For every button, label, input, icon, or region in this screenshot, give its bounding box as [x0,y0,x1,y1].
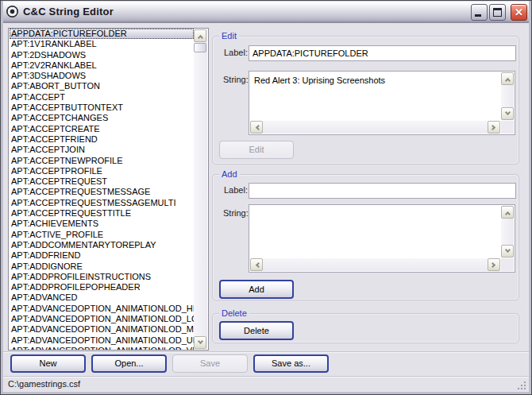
add-button[interactable]: Add [219,280,294,299]
list-item[interactable]: APT:ACCEPTREQUESTMESSAGE [10,187,194,197]
gear-icon [6,6,18,17]
scrollbar-thumb[interactable] [194,43,206,52]
list-item[interactable]: APT:ACCEPTFRIEND [10,134,194,145]
list-item[interactable]: APT:ACCEPTBUTTONTEXT [10,103,194,113]
minimize-icon [475,14,481,17]
status-path: C:\gamestrings.csf [8,379,80,389]
list-item[interactable]: APT:ACCEPTPROFILE [10,166,194,176]
add-group: Add Label: String: Add [212,174,519,300]
edit-string-text[interactable]: Red Alert 3: Uprising Screenshots [250,72,500,120]
left-arrow-icon [256,125,261,130]
left-arrow-icon [256,262,261,268]
down-arrow-icon [505,247,511,253]
list-item[interactable]: APT:ADDPROFILEPOPHEADER [10,282,194,292]
scroll-left-button[interactable] [250,121,263,134]
list-item[interactable]: APT:ACCEPTREQUESTTITLE [10,208,194,219]
window-title: C&C String Editor [23,6,114,17]
edit-string-caption: String: [223,75,249,84]
list-item[interactable]: APT:ADDCOMMENTARYTOREPLAY [10,240,194,250]
list-item[interactable]: APT:ACCEPTREQUESTMESSAGEMULTI [10,198,194,208]
new-button[interactable]: New [10,354,86,373]
list-item[interactable]: APT:ADDIGNORE [10,261,194,272]
up-arrow-icon [198,35,203,41]
titlebar: C&C String Editor ✕ [0,0,532,23]
string-listbox: APPDATA:PICTUREFOLDERAPT:1V1RANKLABELAPT… [8,28,209,350]
status-bar: C:\gamestrings.csf [3,376,529,392]
scroll-down-button[interactable] [194,336,206,349]
list-item[interactable]: APT:ACHIEVEMENTS [10,219,194,229]
down-arrow-icon [198,339,203,344]
scroll-up-button[interactable] [501,206,514,219]
list-item[interactable]: APT:ACCEPTCHANGES [10,113,194,123]
add-label-input[interactable] [249,183,516,199]
save-button[interactable]: Save [172,354,248,373]
scrollbar-corner [501,121,514,134]
add-string-vscrollbar[interactable] [501,206,514,258]
close-icon: ✕ [511,5,526,20]
scroll-up-button[interactable] [194,29,206,42]
maximize-icon [493,8,502,17]
list-item[interactable]: APT:ACCEPTCREATE [10,124,194,134]
add-string-text[interactable] [250,206,500,258]
delete-group-title: Delete [219,308,249,319]
right-arrow-icon [490,125,495,130]
separator [3,351,529,353]
add-string-box[interactable] [249,204,515,273]
delete-button[interactable]: Delete [219,321,294,340]
scroll-down-button[interactable] [501,107,514,120]
edit-label-input[interactable] [249,45,516,61]
list-item[interactable]: APT:ADVANCEDOPTION_ANIMATIONLOD_ULTRA [10,335,194,346]
edit-button[interactable]: Edit [219,141,294,159]
list-item[interactable]: APT:1V1RANKLABEL [10,39,194,49]
list-item[interactable]: APT:3DSHADOWS [10,71,194,81]
list-item[interactable]: APT:2V2RANKLABEL [10,60,194,71]
list-item[interactable]: APT:ADDPROFILEINSTRUCTIONS [10,272,194,282]
add-string-caption: String: [223,208,249,218]
resize-grip-icon[interactable] [516,380,526,390]
up-arrow-icon [505,78,511,83]
list-item[interactable]: APT:ADVANCEDOPTION_ANIMATIONLOD_VERYLOW [10,346,194,350]
string-list: APPDATA:PICTUREFOLDERAPT:1V1RANKLABELAPT… [10,29,194,350]
open-button[interactable]: Open... [91,354,167,373]
scroll-right-button[interactable] [488,258,500,271]
list-item[interactable]: APPDATA:PICTUREFOLDER [10,29,194,39]
edit-string-hscrollbar[interactable] [250,121,500,134]
list-item[interactable]: APT:ACTIVE_PROFILE [10,230,194,240]
app-window: C&C String Editor ✕ APPDATA:PICTUREFOLDE… [0,0,532,395]
list-item[interactable]: APT:ACCEPTJOIN [10,145,194,155]
scroll-up-button[interactable] [501,72,514,85]
scrollbar-corner [501,258,514,271]
list-item[interactable]: APT:ABORT_BUTTON [10,81,194,91]
add-string-hscrollbar[interactable] [250,258,500,271]
up-arrow-icon [505,211,511,217]
edit-label-caption: Label: [224,48,248,57]
close-button[interactable]: ✕ [511,4,527,21]
add-group-title: Add [219,168,240,180]
down-arrow-icon [505,110,511,115]
add-label-caption: Label: [224,185,248,195]
minimize-button[interactable] [471,4,488,21]
list-item[interactable]: APT:ACCEPTNEWPROFILE [10,156,194,166]
list-item[interactable]: APT:2DSHADOWS [10,50,194,60]
maximize-button[interactable] [489,4,506,21]
list-item[interactable]: APT:ADVANCEDOPTION_ANIMATIONLOD_MED [10,324,194,335]
list-item[interactable]: APT:ADVANCEDOPTION_ANIMATIONLOD_HIGH [10,304,194,314]
edit-string-box[interactable]: Red Alert 3: Uprising Screenshots [249,71,515,135]
scroll-left-button[interactable] [250,258,263,271]
delete-group: Delete Delete [212,313,519,343]
edit-string-vscrollbar[interactable] [501,72,514,120]
list-item[interactable]: APT:ACCEPTREQUEST [10,176,194,187]
list-item[interactable]: APT:ADVANCED [10,292,194,303]
list-item[interactable]: APT:ADDFRIEND [10,250,194,261]
right-arrow-icon [490,262,495,268]
scroll-down-button[interactable] [501,245,514,258]
scroll-right-button[interactable] [488,121,500,134]
edit-group-title: Edit [219,30,239,41]
list-scrollbar[interactable] [194,29,207,349]
edit-group: Edit Label: String: Red Alert 3: Uprisin… [212,36,519,165]
list-item[interactable]: APT:ACCEPT [10,92,194,103]
save-as-button[interactable]: Save as... [253,354,329,373]
list-item[interactable]: APT:ADVANCEDOPTION_ANIMATIONLOD_LOW [10,314,194,324]
